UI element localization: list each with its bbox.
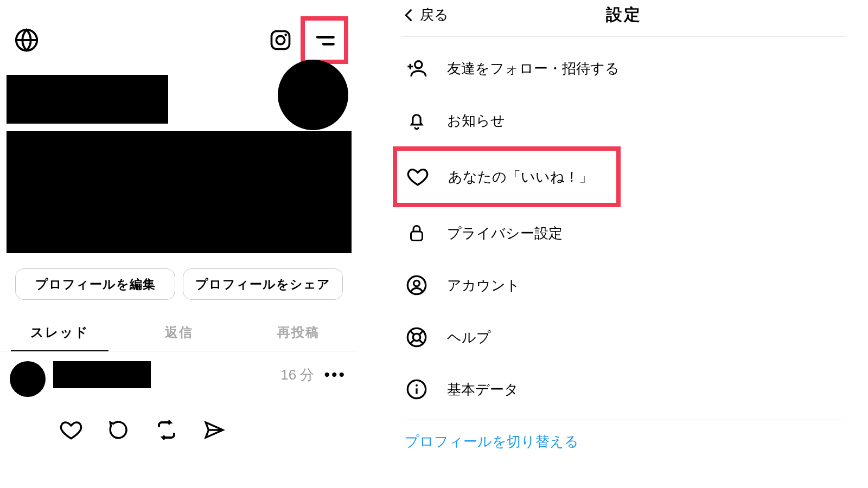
- svg-point-6: [415, 61, 422, 68]
- menu-label: プライバシー設定: [447, 224, 563, 243]
- post-more-icon[interactable]: •••: [324, 365, 346, 384]
- tab-reposts[interactable]: 再投稿: [239, 315, 358, 351]
- svg-point-11: [413, 333, 420, 341]
- tab-replies[interactable]: 返信: [119, 315, 239, 351]
- edit-profile-button[interactable]: プロフィールを編集: [15, 268, 175, 300]
- globe-icon[interactable]: [12, 25, 41, 55]
- settings-item-account[interactable]: アカウント: [401, 259, 846, 311]
- settings-item-notifications[interactable]: お知らせ: [401, 94, 846, 146]
- menu-label: あなたの「いいね！」: [448, 168, 593, 187]
- menu-label: 基本データ: [447, 380, 519, 399]
- heart-icon: [406, 165, 430, 189]
- share-icon[interactable]: [203, 419, 226, 441]
- post-timestamp: 16 分: [280, 365, 314, 384]
- svg-point-14: [416, 384, 418, 387]
- settings-title: 設定: [401, 4, 846, 26]
- repost-icon[interactable]: [155, 419, 178, 441]
- svg-point-9: [414, 280, 420, 286]
- menu-label: お知らせ: [447, 111, 505, 130]
- likes-highlight-callout: あなたの「いいね！」: [393, 146, 621, 207]
- post-actions: [0, 397, 358, 441]
- bell-icon: [405, 108, 429, 132]
- settings-screen: 戻る 設定 友達をフォロー・招待する お知らせ: [358, 0, 868, 488]
- menu-label: 友達をフォロー・招待する: [447, 59, 620, 78]
- instagram-icon[interactable]: [266, 25, 295, 55]
- settings-header: 戻る 設定: [401, 0, 846, 37]
- share-profile-button[interactable]: プロフィールをシェア: [183, 268, 343, 300]
- svg-rect-1: [272, 31, 290, 49]
- post-username-redacted: [53, 361, 151, 388]
- profile-tabs: スレッド 返信 再投稿: [0, 315, 358, 351]
- avatar[interactable]: [278, 60, 348, 130]
- comment-icon[interactable]: [107, 419, 130, 441]
- back-label: 戻る: [420, 5, 449, 24]
- settings-item-follow-invite[interactable]: 友達をフォロー・招待する: [401, 42, 846, 94]
- svg-point-3: [284, 34, 287, 36]
- user-circle-icon: [405, 273, 429, 297]
- tab-threads[interactable]: スレッド: [0, 315, 119, 351]
- svg-point-2: [276, 36, 284, 44]
- profile-screen: プロフィールを編集 プロフィールをシェア スレッド 返信 再投稿 16 分 ••…: [0, 0, 358, 488]
- settings-item-about[interactable]: 基本データ: [401, 363, 846, 415]
- post-avatar[interactable]: [10, 361, 46, 397]
- menu-highlight-callout: [301, 16, 348, 64]
- profile-header: [0, 75, 358, 253]
- settings-item-privacy[interactable]: プライバシー設定: [401, 207, 846, 259]
- menu-label: アカウント: [447, 276, 520, 295]
- menu-label: ヘルプ: [447, 328, 491, 347]
- svg-rect-7: [411, 232, 423, 241]
- add-person-icon: [405, 56, 429, 80]
- settings-item-help[interactable]: ヘルプ: [401, 311, 846, 363]
- lock-icon: [405, 221, 429, 245]
- username-redacted: [7, 75, 168, 124]
- bio-redacted: [7, 131, 352, 253]
- like-icon[interactable]: [60, 419, 82, 441]
- settings-item-your-likes[interactable]: あなたの「いいね！」: [397, 153, 613, 201]
- menu-icon[interactable]: [310, 25, 339, 55]
- post-item[interactable]: 16 分 •••: [0, 351, 358, 397]
- switch-profile-link[interactable]: プロフィールを切り替える: [401, 420, 846, 451]
- back-button[interactable]: 戻る: [401, 5, 449, 24]
- info-icon: [405, 377, 429, 401]
- settings-menu: 友達をフォロー・招待する お知らせ あなたの「いいね！」: [401, 37, 846, 451]
- lifebuoy-icon: [405, 325, 429, 349]
